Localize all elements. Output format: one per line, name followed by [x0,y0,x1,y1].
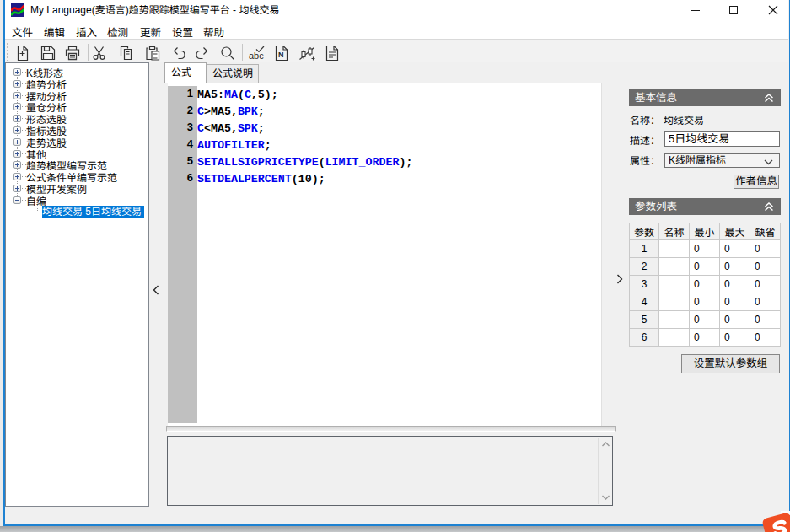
svg-text:abc: abc [249,51,264,61]
svg-text:N: N [278,51,284,59]
